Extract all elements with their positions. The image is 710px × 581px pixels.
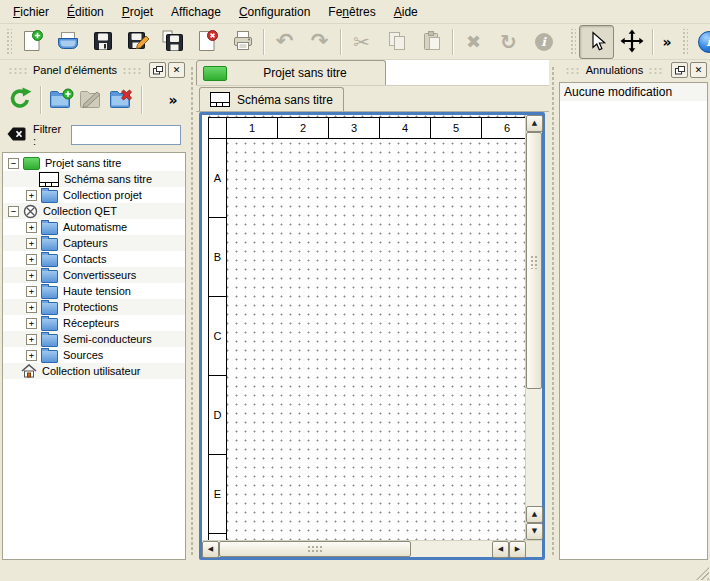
tree-item-collection-qet[interactable]: − Collection QET (3, 203, 185, 219)
undo-button[interactable]: ↶ (267, 25, 302, 59)
menu-fichier[interactable]: Fichier (4, 2, 58, 22)
expand-icon[interactable]: + (26, 350, 37, 361)
element-info-button[interactable]: i (526, 25, 561, 59)
expand-icon[interactable]: + (26, 254, 37, 265)
expand-icon[interactable]: + (26, 286, 37, 297)
elements-panel-dock: Panel d'éléments ✕ (0, 60, 188, 562)
menu-edition[interactable]: Édition (58, 2, 113, 22)
toolbar-drag-handle[interactable] (5, 29, 12, 55)
new-document-button[interactable] (15, 25, 50, 59)
vertical-scrollbar[interactable]: ▲ ▲ ▼ (525, 115, 542, 540)
expand-icon[interactable]: + (26, 318, 37, 329)
close-icon: ✕ (173, 66, 181, 75)
tree-item-sources[interactable]: + Sources (3, 347, 185, 363)
expand-icon[interactable]: + (26, 334, 37, 345)
new-category-button[interactable] (46, 85, 76, 115)
menu-configuration[interactable]: Configuration (230, 2, 319, 22)
elements-panel-titlebar[interactable]: Panel d'éléments ✕ (0, 60, 188, 80)
menu-aide[interactable]: Aide (385, 2, 427, 22)
close-document-icon (196, 29, 219, 55)
expand-icon[interactable]: + (26, 222, 37, 233)
elements-tree: − Projet sans titre Schéma sans titre + … (2, 152, 186, 560)
paste-button[interactable] (414, 25, 449, 59)
tree-item-projet-sans-titre[interactable]: − Projet sans titre (3, 155, 185, 171)
toolbar-drag-handle[interactable] (569, 29, 576, 55)
selection-mode-button[interactable] (579, 25, 614, 59)
toolbar-overflow-button[interactable]: » (656, 25, 678, 59)
collapse-icon[interactable]: − (8, 158, 19, 169)
sheet-column-label: 3 (329, 118, 380, 138)
window-resize-grip[interactable] (696, 567, 709, 580)
workspace: Projet sans titre Schéma sans titre 1 (196, 60, 549, 562)
panel-toolbar-overflow-button[interactable]: » (163, 85, 183, 115)
copy-button[interactable] (379, 25, 414, 59)
clear-filter-button[interactable] (7, 127, 26, 143)
close-panel-button[interactable]: ✕ (168, 62, 185, 78)
save-all-button[interactable] (155, 25, 190, 59)
horizontal-scrollbar-thumb[interactable] (219, 541, 411, 557)
arrow-up-icon: ▲ (532, 511, 537, 518)
pan-mode-button[interactable] (614, 25, 649, 59)
tree-item-capteurs[interactable]: + Capteurs (3, 235, 185, 251)
tree-item-collection-projet[interactable]: + Collection projet (3, 187, 185, 203)
left-splitter-handle[interactable] (188, 60, 196, 562)
toolbar-drag-handle[interactable] (681, 29, 688, 55)
cut-button[interactable]: ✂ (344, 25, 379, 59)
about-button[interactable]: i (691, 25, 710, 59)
float-panel-button[interactable] (149, 62, 166, 78)
scroll-left-button[interactable]: ◀ (492, 541, 509, 558)
tree-item-protections[interactable]: + Protections (3, 299, 185, 315)
tree-item-automatisme[interactable]: + Automatisme (3, 219, 185, 235)
undo-list-item[interactable]: Aucune modification (560, 83, 707, 101)
close-panel-button[interactable]: ✕ (690, 62, 707, 78)
tree-item-convertisseurs[interactable]: + Convertisseurs (3, 267, 185, 283)
sheet-row-label-partial (209, 534, 226, 540)
menu-fenetres[interactable]: Fenêtres (319, 2, 384, 22)
scroll-down-button[interactable]: ▼ (526, 523, 543, 540)
tree-item-recepteurs[interactable]: + Récepteurs (3, 315, 185, 331)
tab-schema-sans-titre[interactable]: Schéma sans titre (199, 87, 344, 111)
collapse-icon[interactable]: − (8, 206, 19, 217)
dock-grip-texture (648, 66, 664, 74)
right-splitter-handle[interactable] (549, 60, 557, 562)
tab-projet-sans-titre[interactable]: Projet sans titre (196, 60, 386, 85)
scroll-up-button[interactable]: ▲ (526, 506, 543, 523)
sheet-row-header: A B C D E (209, 139, 227, 540)
redo-button[interactable]: ↷ (302, 25, 337, 59)
menu-projet[interactable]: Projet (113, 2, 162, 22)
tree-item-collection-utilisateur[interactable]: Collection utilisateur (3, 363, 185, 379)
tree-item-schema-sans-titre[interactable]: Schéma sans titre (3, 171, 185, 187)
expand-icon[interactable]: + (26, 238, 37, 249)
tree-item-haute-tension[interactable]: + Haute tension (3, 283, 185, 299)
delete-category-button[interactable] (106, 85, 136, 115)
print-button[interactable] (225, 25, 260, 59)
horizontal-scrollbar[interactable]: ◀ ◀ ▶ (202, 541, 526, 557)
sheet-row-label: C (209, 297, 226, 376)
expand-icon[interactable]: + (26, 270, 37, 281)
expand-icon[interactable]: + (26, 190, 37, 201)
scroll-right-button[interactable]: ▶ (509, 541, 526, 558)
schema-canvas[interactable]: 1 2 3 4 5 6 A B C D (202, 115, 525, 540)
save-button[interactable] (85, 25, 120, 59)
undo-panel-titlebar[interactable]: Annulations ✕ (557, 60, 710, 80)
close-document-button[interactable] (190, 25, 225, 59)
filter-input[interactable] (71, 125, 181, 145)
vertical-scrollbar-thumb[interactable] (526, 132, 542, 389)
expand-icon[interactable]: + (26, 302, 37, 313)
reload-collections-button[interactable] (5, 85, 35, 115)
float-panel-button[interactable] (671, 62, 688, 78)
delete-button[interactable]: ✖ (456, 25, 491, 59)
sheet-row-label: B (209, 218, 226, 297)
edit-category-button[interactable] (76, 85, 106, 115)
scroll-up-button[interactable]: ▲ (526, 115, 543, 132)
menu-affichage[interactable]: Affichage (162, 2, 230, 22)
scroll-left-button[interactable]: ◀ (202, 541, 219, 558)
save-as-button[interactable] (120, 25, 155, 59)
tree-item-semi-conducteurs[interactable]: + Semi-conducteurs (3, 331, 185, 347)
elements-panel-title: Panel d'éléments (33, 64, 117, 76)
horizontal-scrollbar-track[interactable] (411, 541, 492, 557)
open-button[interactable] (50, 25, 85, 59)
rotate-button[interactable]: ↻ (491, 25, 526, 59)
vertical-scrollbar-track[interactable] (526, 389, 542, 506)
tree-item-contacts[interactable]: + Contacts (3, 251, 185, 267)
